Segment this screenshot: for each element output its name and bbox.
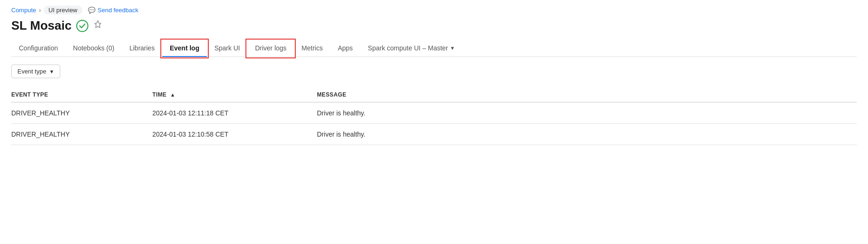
pin-icon[interactable]: [93, 20, 103, 32]
cell-time: 2024-01-03 12:10:58 CET: [152, 124, 317, 145]
tab-apps[interactable]: Apps: [330, 41, 360, 57]
tab-notebooks[interactable]: Notebooks (0): [65, 41, 122, 57]
tab-spark-ui[interactable]: Spark UI: [207, 41, 247, 57]
cell-message: Driver is healthy.: [317, 102, 857, 124]
title-row: SL Mosaic: [11, 18, 857, 33]
table-row: DRIVER_HEALTHY 2024-01-03 12:10:58 CET D…: [11, 124, 857, 145]
breadcrumb-compute-link[interactable]: Compute: [11, 7, 36, 14]
table-row: DRIVER_HEALTHY 2024-01-03 12:11:18 CET D…: [11, 102, 857, 124]
tab-metrics[interactable]: Metrics: [294, 41, 330, 57]
tab-event-log[interactable]: Event log: [162, 41, 207, 57]
breadcrumb-separator: ›: [39, 7, 41, 14]
chat-bubble-icon: 💬: [88, 7, 95, 14]
send-feedback-link[interactable]: 💬 Send feedback: [88, 7, 139, 14]
event-type-filter-button[interactable]: Event type ▼: [11, 65, 60, 78]
filter-row: Event type ▼: [11, 65, 857, 78]
event-log-table: EVENT TYPE TIME ▲ MESSAGE DRIVER_HEALTHY…: [11, 88, 857, 145]
tab-configuration[interactable]: Configuration: [11, 41, 65, 57]
svg-point-0: [77, 20, 88, 32]
col-header-event-type: EVENT TYPE: [11, 88, 152, 102]
chevron-down-icon: ▼: [450, 45, 455, 51]
tab-driver-logs[interactable]: Driver logs: [247, 41, 294, 57]
breadcrumb: Compute › UI preview 💬 Send feedback: [11, 6, 857, 15]
tab-libraries[interactable]: Libraries: [122, 41, 162, 57]
cell-event-type: DRIVER_HEALTHY: [11, 102, 152, 124]
cell-time: 2024-01-03 12:11:18 CET: [152, 102, 317, 124]
breadcrumb-current: UI preview: [44, 6, 82, 15]
col-header-time[interactable]: TIME ▲: [152, 88, 317, 102]
tab-spark-compute-ui[interactable]: Spark compute UI – Master ▼: [360, 41, 462, 57]
sort-asc-icon: ▲: [170, 92, 175, 98]
status-healthy-icon: [76, 20, 88, 32]
cell-message: Driver is healthy.: [317, 124, 857, 145]
page-title: SL Mosaic: [11, 18, 71, 33]
chevron-down-icon: ▼: [49, 69, 54, 74]
page-wrapper: Compute › UI preview 💬 Send feedback SL …: [0, 0, 868, 151]
tabs-bar: Configuration Notebooks (0) Libraries Ev…: [11, 41, 857, 57]
cell-event-type: DRIVER_HEALTHY: [11, 124, 152, 145]
col-header-message: MESSAGE: [317, 88, 857, 102]
